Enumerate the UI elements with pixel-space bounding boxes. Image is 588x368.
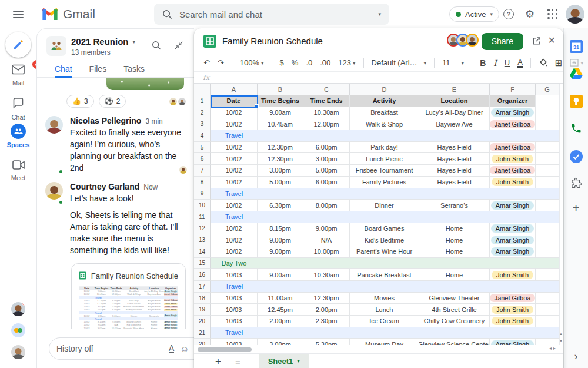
cell-organizer[interactable]: Janet Gilboa bbox=[490, 118, 536, 130]
cell-organizer[interactable]: John Smith bbox=[490, 177, 536, 188]
shared-photo-thumbnail[interactable] bbox=[106, 78, 184, 90]
row-number[interactable]: 11 bbox=[194, 211, 211, 223]
formula-bar[interactable]: fx bbox=[194, 72, 563, 84]
cell[interactable]: 8.15pm bbox=[258, 223, 303, 235]
cell[interactable]: 9.00pm bbox=[303, 223, 350, 235]
undo-icon[interactable]: ↶ bbox=[203, 58, 210, 67]
cell[interactable]: 10/02 bbox=[211, 223, 258, 235]
decrease-decimal-button[interactable]: .0 bbox=[306, 58, 312, 67]
sheet-tab-active[interactable]: Sheet1 ▾ bbox=[259, 354, 309, 368]
column-header[interactable]: E bbox=[419, 84, 490, 95]
cell[interactable]: Breakfast bbox=[350, 107, 419, 119]
row-number[interactable]: 18 bbox=[194, 293, 211, 304]
cell[interactable]: Bayview Ave bbox=[419, 118, 490, 130]
recent-space-avatar[interactable] bbox=[11, 323, 25, 337]
row-number[interactable]: 6 bbox=[194, 153, 211, 165]
tab-files[interactable]: Files bbox=[89, 62, 107, 78]
cell[interactable] bbox=[536, 316, 559, 327]
cell[interactable]: 10.30am bbox=[303, 107, 350, 119]
cell-organizer[interactable]: Janet Gilboa bbox=[490, 165, 536, 177]
cell[interactable] bbox=[536, 293, 559, 304]
cell[interactable]: Museum Day bbox=[350, 339, 419, 345]
row-number[interactable]: 15 bbox=[194, 258, 211, 270]
format-percent-button[interactable]: % bbox=[292, 58, 299, 67]
cell[interactable]: Lunch Picnic bbox=[350, 153, 419, 165]
search-input[interactable] bbox=[179, 9, 371, 19]
cell[interactable]: Hayes Field bbox=[419, 165, 490, 177]
row-number[interactable]: 20 bbox=[194, 339, 211, 345]
cell[interactable]: 2.00pm bbox=[258, 316, 303, 327]
space-title-row[interactable]: 2021 Reunion ▾ bbox=[71, 37, 135, 47]
gmail-logo[interactable]: Gmail bbox=[42, 7, 95, 21]
cell[interactable]: 2.30pm bbox=[303, 316, 350, 327]
cell[interactable]: 9.00pm bbox=[258, 234, 303, 246]
cell-organizer[interactable]: John Smith bbox=[490, 153, 536, 165]
sidebar-item-spaces[interactable]: Spaces bbox=[0, 124, 36, 148]
cell[interactable]: Glenview Science Center bbox=[419, 339, 490, 345]
cell[interactable]: 3.00pm bbox=[258, 339, 303, 345]
section-band[interactable]: Travel bbox=[211, 130, 559, 142]
scroll-up-arrow[interactable]: ▲ bbox=[559, 332, 563, 336]
cell[interactable]: N/A bbox=[303, 234, 350, 246]
scroll-left-right-arrows[interactable]: ◂▸ bbox=[549, 346, 557, 351]
row-number[interactable]: 7 bbox=[194, 165, 211, 177]
row-number[interactable]: 21 bbox=[194, 327, 211, 339]
cell[interactable]: 4th Street Grille bbox=[419, 304, 490, 316]
tab-tasks[interactable]: Tasks bbox=[123, 62, 145, 78]
font-select[interactable]: Default (Ari…▾ bbox=[372, 58, 427, 67]
cell[interactable] bbox=[536, 142, 559, 154]
cell[interactable]: 12.30pm bbox=[258, 153, 303, 165]
cell[interactable]: Walk & Shop bbox=[350, 118, 419, 130]
help-icon[interactable]: ? bbox=[503, 9, 514, 19]
cell[interactable]: 10/02 bbox=[211, 200, 258, 211]
document-title[interactable]: Family Reunion Schedule bbox=[222, 36, 323, 46]
row-number[interactable]: 13 bbox=[194, 234, 211, 246]
row-number[interactable]: 5 bbox=[194, 142, 211, 154]
section-band[interactable]: Travel bbox=[211, 327, 559, 339]
cell[interactable] bbox=[536, 246, 559, 258]
horizontal-scroll-thumb[interactable] bbox=[198, 347, 252, 352]
cell[interactable]: Home bbox=[419, 246, 490, 258]
row-number[interactable]: 1 bbox=[194, 95, 211, 107]
cell[interactable]: 10/02 bbox=[211, 153, 258, 165]
cell-organizer[interactable]: Amar Singh bbox=[490, 107, 536, 119]
redo-icon[interactable]: ↷ bbox=[218, 58, 224, 67]
cell[interactable]: Home bbox=[419, 234, 490, 246]
drive-icon[interactable] bbox=[570, 68, 583, 81]
search-bar[interactable]: ▾ bbox=[154, 4, 389, 25]
sheets-file-card[interactable]: Family Reunion Schedule DateTime BeginsT… bbox=[71, 263, 186, 329]
header-cell[interactable]: Time Ends bbox=[303, 95, 350, 107]
header-cell[interactable]: Date bbox=[211, 95, 258, 107]
cell[interactable]: Chilly Cow Creamery bbox=[419, 316, 490, 327]
increase-decimal-button[interactable]: .00 bbox=[320, 58, 330, 67]
calendar-icon[interactable]: 31 bbox=[570, 40, 583, 55]
cell[interactable]: Board Games bbox=[350, 223, 419, 235]
cell[interactable]: Park day! bbox=[350, 142, 419, 154]
column-header[interactable]: B bbox=[258, 84, 303, 95]
section-band[interactable]: Travel bbox=[211, 281, 559, 293]
cell[interactable] bbox=[536, 269, 559, 281]
text-color-button[interactable]: A bbox=[517, 58, 523, 68]
cell[interactable]: 11.00am bbox=[258, 293, 303, 304]
cell[interactable]: 10/03 bbox=[211, 293, 258, 304]
cell[interactable]: Kid’s Bedtime bbox=[350, 234, 419, 246]
column-header[interactable]: C bbox=[303, 84, 350, 95]
row-number[interactable]: 4 bbox=[194, 130, 211, 142]
sidebar-item-chat[interactable]: Chat bbox=[0, 97, 36, 121]
cell[interactable]: Home bbox=[419, 269, 490, 281]
scroll-down-arrow[interactable]: ▼ bbox=[559, 339, 563, 343]
cell[interactable]: 2.00pm bbox=[303, 304, 350, 316]
message-input[interactable] bbox=[56, 344, 163, 353]
cell[interactable]: Hayes Field bbox=[419, 177, 490, 188]
space-avatar[interactable] bbox=[46, 36, 66, 56]
cell[interactable]: Parent’s Wine Hour bbox=[350, 246, 419, 258]
add-sheet-icon[interactable]: + bbox=[215, 356, 221, 366]
cell[interactable] bbox=[536, 165, 559, 177]
cell[interactable] bbox=[536, 304, 559, 316]
row-number[interactable]: 2 bbox=[194, 107, 211, 119]
cell[interactable]: 9.00pm bbox=[258, 246, 303, 258]
cell-organizer[interactable]: John Smith bbox=[490, 316, 536, 327]
tab-chat[interactable]: Chat bbox=[55, 62, 72, 78]
row-number[interactable]: 20 bbox=[194, 316, 211, 327]
cell[interactable]: 5.00pm bbox=[303, 165, 350, 177]
